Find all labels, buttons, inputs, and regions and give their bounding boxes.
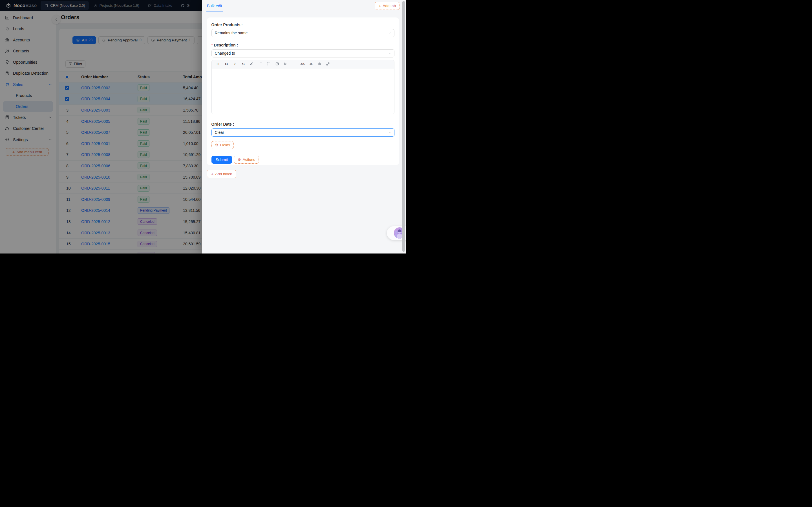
gear-icon: ⚙: [215, 143, 218, 147]
order-date-select[interactable]: Clear: [211, 128, 395, 136]
add-tab-label: Add tab: [383, 4, 396, 8]
submit-button[interactable]: Submit: [211, 156, 232, 164]
task-list-icon[interactable]: [275, 62, 280, 66]
description-select[interactable]: Changed to: [211, 49, 395, 57]
gear-icon: ⚙: [238, 158, 241, 161]
drawer-scrollbar[interactable]: [402, 1, 405, 252]
order-products-label: Order Products :: [211, 22, 395, 27]
fields-button[interactable]: ⚙ Fields: [211, 141, 234, 149]
chevron-down-icon: [388, 32, 391, 35]
order-products-select[interactable]: Remains the same: [211, 29, 395, 37]
bulk-edit-form-card: Order Products : Remains the same *Descr…: [207, 17, 399, 165]
order-products-value: Remains the same: [215, 31, 248, 35]
add-block-button[interactable]: + Add block: [207, 170, 236, 178]
actions-label: Actions: [243, 158, 255, 162]
code-block-icon[interactable]: </>: [301, 62, 305, 66]
description-value: Changed to: [215, 51, 235, 55]
link-icon[interactable]: [250, 62, 254, 66]
ordered-list-icon[interactable]: [267, 62, 271, 66]
bullet-list-icon[interactable]: [258, 62, 262, 66]
add-tab-button[interactable]: + Add tab: [375, 2, 400, 10]
editor-toolbar: HBIS</><>: [212, 60, 394, 68]
tab-bulk-edit[interactable]: Bulk edit: [206, 0, 223, 12]
required-asterisk: *: [211, 43, 213, 47]
description-rich-text-editor[interactable]: HBIS</><>: [211, 60, 395, 114]
italic-icon[interactable]: I: [233, 62, 237, 66]
order-date-value: Clear: [215, 130, 224, 135]
bulk-edit-drawer: Bulk edit + Add tab Order Products : Rem…: [202, 0, 406, 253]
heading-icon[interactable]: H: [216, 62, 220, 66]
actions-button[interactable]: ⚙ Actions: [234, 156, 259, 164]
editor-content-area[interactable]: [212, 68, 394, 114]
plus-icon: +: [378, 4, 381, 8]
app-root: NocoBase CRM (NocoBase 2.0)Projects (Noc…: [0, 0, 406, 253]
strikethrough-icon[interactable]: S: [241, 62, 246, 66]
fields-label: Fields: [220, 143, 230, 147]
upload-icon[interactable]: [317, 62, 322, 66]
horizontal-rule-icon[interactable]: [292, 62, 296, 66]
chevron-down-icon: [388, 131, 391, 134]
description-label: *Description :: [211, 43, 395, 47]
bold-icon[interactable]: B: [224, 62, 229, 66]
add-block-label: Add block: [215, 172, 232, 176]
order-date-label: Order Date :: [211, 122, 395, 126]
drawer-tab-bar: Bulk edit + Add tab: [202, 0, 406, 12]
chevron-down-icon: [388, 52, 391, 55]
plus-icon: +: [211, 172, 214, 176]
inline-code-icon[interactable]: <>: [309, 62, 313, 66]
fullscreen-icon[interactable]: [326, 62, 330, 66]
quote-icon[interactable]: [284, 62, 288, 66]
